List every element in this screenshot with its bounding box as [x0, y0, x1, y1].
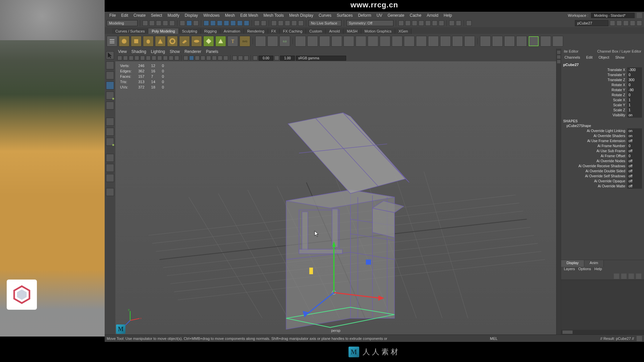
- shape-attr-label[interactable]: Ai Override Shaders: [593, 133, 625, 138]
- soft-select-icon[interactable]: [255, 36, 266, 47]
- selection-name-field[interactable]: pCube27: [575, 20, 608, 26]
- poly-cube-icon[interactable]: [131, 36, 142, 47]
- menu-display[interactable]: Display: [182, 12, 201, 18]
- vp-aa-icon[interactable]: [223, 56, 228, 60]
- boolean-union-icon[interactable]: [319, 36, 330, 47]
- menu-help[interactable]: Help: [441, 12, 455, 18]
- redo-icon[interactable]: [169, 20, 175, 26]
- channel-label[interactable]: Visibility: [612, 113, 625, 118]
- shelf-tab-rendering[interactable]: Rendering: [244, 28, 268, 34]
- smooth-icon[interactable]: [392, 36, 402, 47]
- shape-attr-value[interactable]: off: [627, 159, 642, 164]
- quad-draw-icon[interactable]: [480, 36, 491, 47]
- vp-safe-title-icon[interactable]: [174, 56, 179, 60]
- shape-attr-label[interactable]: Ai Override Self Shadows: [585, 174, 625, 179]
- left-panel-header[interactable]: ite Editor: [561, 49, 581, 55]
- layer-menu-layers[interactable]: Layers: [564, 267, 575, 273]
- mirror-icon[interactable]: [404, 36, 415, 47]
- shape-attr-value[interactable]: off: [627, 184, 642, 189]
- shape-attr-value[interactable]: off: [627, 179, 642, 184]
- history-toggle-4-icon[interactable]: [291, 20, 297, 26]
- shelf-tab-custom[interactable]: Custom: [306, 28, 326, 34]
- undo-icon[interactable]: [163, 20, 168, 26]
- hypershade-icon[interactable]: [425, 20, 431, 26]
- shape-attr-label[interactable]: Ai Frame Number: [597, 143, 625, 148]
- menu-deform[interactable]: Deform: [355, 12, 374, 18]
- shape-attr-label[interactable]: Ai Override Opaque: [594, 179, 625, 184]
- poly-disc-icon[interactable]: [191, 36, 202, 47]
- channel-value[interactable]: 1: [627, 108, 642, 113]
- vp-color-space-dropdown[interactable]: sRGB gamma: [296, 56, 346, 61]
- vp-select-cam-icon[interactable]: [117, 56, 122, 60]
- open-scene-icon[interactable]: [149, 20, 155, 26]
- channel-value[interactable]: 1: [627, 103, 642, 108]
- shape-attr-label[interactable]: Ai Override Nodes: [596, 159, 625, 164]
- vp-field-chart-icon[interactable]: [163, 56, 168, 60]
- select-object-icon[interactable]: [186, 20, 192, 26]
- channel-value[interactable]: 1: [627, 98, 642, 103]
- shape-attr-value[interactable]: off: [627, 138, 642, 143]
- save-scene-icon[interactable]: [156, 20, 161, 26]
- poly-type-icon[interactable]: T: [227, 36, 238, 47]
- poly-svg-icon[interactable]: SVG: [239, 36, 250, 47]
- boolean-diff-icon[interactable]: [331, 36, 342, 47]
- vp-lock-cam-icon[interactable]: [123, 56, 128, 60]
- shelf-tab-rigging[interactable]: Rigging: [201, 28, 220, 34]
- snap-to-point-icon[interactable]: [267, 36, 278, 47]
- symmetry-dropdown[interactable]: Symmetry: Off: [346, 20, 393, 26]
- channel-value[interactable]: -300: [627, 67, 642, 72]
- poly-torus-icon[interactable]: [167, 36, 178, 47]
- crease-icon[interactable]: [504, 36, 515, 47]
- lasso-tool-icon[interactable]: [106, 61, 114, 69]
- playblast-toggle-icon[interactable]: [449, 20, 454, 26]
- shape-attr-label[interactable]: Ai Override Receive Shadows: [579, 164, 625, 169]
- move-tool-icon[interactable]: [106, 81, 114, 89]
- shelf-tab-poly-modeling[interactable]: Poly Modeling: [148, 28, 178, 34]
- outliner-toggle-icon[interactable]: [106, 188, 114, 196]
- render-setup-icon[interactable]: [432, 20, 437, 26]
- vp-xray-joints-icon[interactable]: [244, 56, 249, 60]
- history-toggle-5-icon[interactable]: [298, 20, 304, 26]
- poly-cylinder-icon[interactable]: [143, 36, 154, 47]
- shape-attr-value[interactable]: off: [627, 169, 642, 174]
- shape-attr-value[interactable]: 0: [627, 143, 642, 148]
- select-component-icon[interactable]: [193, 20, 199, 26]
- menu-windows[interactable]: Windows: [201, 12, 222, 18]
- menu-arnold[interactable]: Arnold: [424, 12, 441, 18]
- vp-grid-icon[interactable]: [140, 56, 145, 60]
- channel-label[interactable]: Rotate Z: [612, 93, 625, 98]
- channel-label[interactable]: Rotate Y: [611, 87, 625, 93]
- snap-surface-icon[interactable]: [230, 20, 236, 26]
- ipr-render-icon[interactable]: [412, 20, 417, 26]
- layer-list[interactable]: [561, 280, 644, 330]
- script-language-label[interactable]: MEL: [487, 337, 500, 341]
- toggle-c-icon[interactable]: [623, 20, 629, 26]
- combine-icon[interactable]: [295, 36, 306, 47]
- workspace-options-icon[interactable]: [637, 13, 642, 18]
- channel-value[interactable]: 0: [627, 93, 642, 98]
- menu-surfaces[interactable]: Surfaces: [334, 12, 355, 18]
- vp-menu-view[interactable]: View: [118, 49, 127, 54]
- menu-select[interactable]: Select: [148, 12, 165, 18]
- attribute-editor-icon[interactable]: [557, 55, 560, 59]
- cb-tab-object[interactable]: Object: [597, 55, 610, 61]
- shape-attr-value[interactable]: on: [627, 128, 642, 133]
- vp-gamma-field[interactable]: 1.00: [280, 56, 295, 61]
- vp-shadows-icon[interactable]: [206, 56, 211, 60]
- menu-generate[interactable]: Generate: [385, 12, 407, 18]
- move-down-layer-icon[interactable]: [629, 274, 634, 279]
- vp-isolate-icon[interactable]: [232, 56, 237, 60]
- rotate-tool-icon[interactable]: [106, 92, 114, 100]
- bridge-icon[interactable]: [368, 36, 378, 47]
- render-view-icon[interactable]: [398, 20, 404, 26]
- vp-menu-show[interactable]: Show: [170, 49, 180, 54]
- shelf-tab-motion-graphics[interactable]: Motion Graphics: [361, 28, 395, 34]
- history-toggle-2-icon[interactable]: [278, 20, 283, 26]
- shelf-tab-fx[interactable]: FX: [268, 28, 280, 34]
- cb-tab-edit[interactable]: Edit: [585, 55, 594, 61]
- extrude-icon[interactable]: [356, 36, 366, 47]
- layout-two-h-icon[interactable]: [106, 174, 114, 182]
- shape-attr-label[interactable]: Ai Override Matte: [598, 184, 625, 189]
- menu-modify[interactable]: Modify: [165, 12, 182, 18]
- toggle-d-icon[interactable]: [630, 20, 635, 26]
